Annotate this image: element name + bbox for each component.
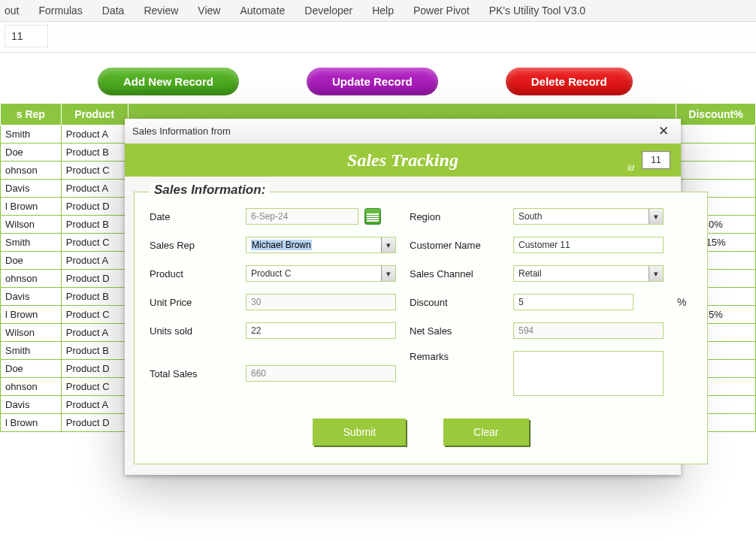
remarks-label: Remarks [410,351,500,362]
sales-info-fieldset: Sales Information: Date Region Sales Rep… [134,184,708,464]
cell-product[interactable]: Product A [61,396,128,414]
ribbon-tab[interactable]: Formulas [38,5,82,17]
cell-product[interactable]: Product B [61,216,128,234]
cell-product[interactable]: Product D [61,414,128,432]
customer-label: Customer Name [410,240,500,251]
cell-product[interactable]: Product B [61,144,128,162]
cell-sales-rep[interactable]: l Brown [1,198,62,216]
cell-product[interactable]: Product A [61,180,128,198]
ribbon-tab[interactable]: View [198,5,220,17]
customer-input[interactable] [513,237,664,253]
cell-sales-rep[interactable]: Smith [1,125,62,144]
add-record-button[interactable]: Add New Record [98,68,239,95]
date-input[interactable] [246,208,358,225]
unit-price-label: Unit Price [150,297,232,308]
dialog-titlebar: Sales Information from ✕ [125,119,681,144]
clear-button[interactable]: Clear [443,419,528,446]
product-label: Product [150,268,232,280]
cell-product[interactable]: Product C [61,306,128,324]
sales-channel-select[interactable] [513,265,664,282]
cell-sales-rep[interactable]: ohnson [1,162,62,180]
cell-sales-rep[interactable]: Doe [1,144,62,162]
cell-sales-rep[interactable]: Doe [1,252,62,270]
ribbon-tab[interactable]: Power Pivot [413,5,470,17]
cell-product[interactable]: Product B [61,342,128,360]
close-icon[interactable]: ✕ [654,123,673,139]
formula-bar-wrap: 11 [0,22,756,53]
remarks-input[interactable] [513,351,664,396]
cell-sales-rep[interactable]: ohnson [1,378,62,396]
cell-sales-rep[interactable]: Smith [1,234,62,252]
dialog-title: Sales Information from [132,125,231,137]
formula-bar[interactable]: 11 [5,25,48,47]
cell-discount[interactable] [676,125,756,144]
cell-product[interactable]: Product C [61,234,128,252]
cell-sales-rep[interactable]: l Brown [1,306,62,324]
cell-sales-rep[interactable]: ohnson [1,270,62,288]
cell-sales-rep[interactable]: Wilson [1,216,62,234]
id-label: Id [627,163,634,172]
unit-price-input[interactable] [246,294,396,310]
ribbon-tab[interactable]: Data [102,5,125,17]
discount-input[interactable] [513,294,634,310]
ribbon-tab[interactable]: Review [144,5,178,17]
ribbon-tab[interactable]: out [5,5,19,17]
cell-product[interactable]: Product C [61,378,128,396]
cell-sales-rep[interactable]: Doe [1,360,62,378]
id-field[interactable]: 11 [642,151,670,169]
ribbon-tabs: out Formulas Data Review View Automate D… [0,0,756,22]
units-sold-label: Units sold [150,325,232,337]
cell-sales-rep[interactable]: Davis [1,288,62,306]
sales-form-dialog: Sales Information from ✕ Sales Tracking … [125,119,681,475]
fieldset-legend: Sales Information: [150,183,270,198]
cell-sales-rep[interactable]: l Brown [1,414,62,432]
cell-product[interactable]: Product D [61,360,128,378]
cell-sales-rep[interactable]: Smith [1,342,62,360]
ribbon-tab[interactable]: Help [372,5,394,17]
update-record-button[interactable]: Update Record [307,68,438,95]
cell-discount[interactable] [676,162,756,180]
cell-discount[interactable] [676,144,756,162]
region-select[interactable] [513,208,664,225]
discount-label: Discount [410,297,500,308]
net-sales-label: Net Sales [410,325,500,337]
cell-product[interactable]: Product A [61,252,128,270]
net-sales-input[interactable] [513,322,664,339]
region-label: Region [410,211,500,222]
dialog-heading: Sales Tracking [347,150,458,171]
percent-symbol: % [677,296,692,308]
cell-product[interactable]: Product B [61,288,128,306]
cell-sales-rep[interactable]: Davis [1,180,62,198]
col-discount[interactable]: Discount% [676,104,756,125]
col-product[interactable]: Product [61,104,128,125]
ribbon-tab[interactable]: Automate [240,5,285,17]
cell-sales-rep[interactable]: Wilson [1,324,62,342]
ribbon-tab[interactable]: PK's Utility Tool V3.0 [489,5,585,17]
dialog-heading-band: Sales Tracking Id 11 [125,144,681,177]
delete-record-button[interactable]: Delete Record [506,68,633,95]
action-buttons: Add New Record Update Record Delete Reco… [0,53,756,103]
submit-button[interactable]: Submit [313,419,406,446]
cell-product[interactable]: Product D [61,270,128,288]
cell-product[interactable]: Product A [61,324,128,342]
calendar-icon[interactable] [364,208,381,225]
units-sold-input[interactable] [246,322,396,339]
date-label: Date [150,211,232,222]
col-sales-rep[interactable]: s Rep [1,104,62,125]
cell-product[interactable]: Product A [61,125,128,144]
sales-channel-label: Sales Channel [410,268,500,280]
ribbon-tab[interactable]: Developer [304,5,352,17]
cell-product[interactable]: Product D [61,198,128,216]
product-select[interactable] [246,265,396,282]
total-sales-input[interactable] [246,365,396,382]
total-sales-label: Total Sales [150,368,232,379]
cell-product[interactable]: Product C [61,162,128,180]
sales-rep-label: Sales Rep [150,240,232,251]
cell-sales-rep[interactable]: Davis [1,396,62,414]
